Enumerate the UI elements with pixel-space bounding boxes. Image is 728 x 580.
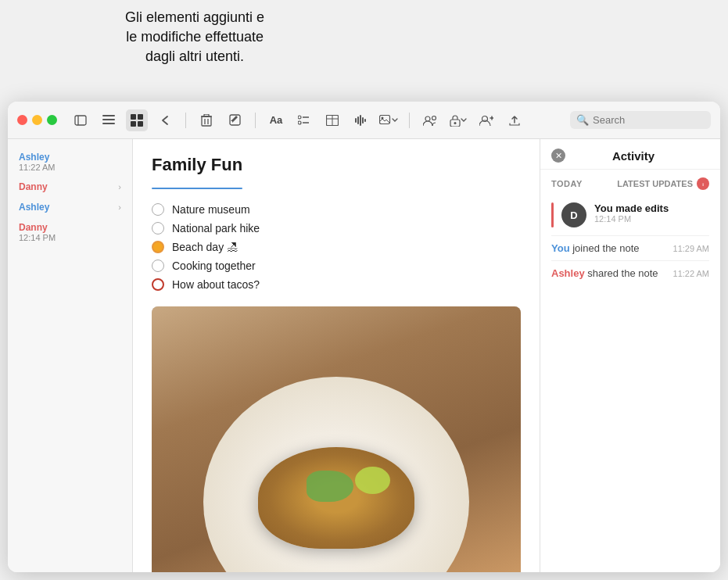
search-box[interactable]: 🔍 bbox=[570, 111, 711, 129]
activity-item-main: D You made edits 12:14 PM bbox=[551, 195, 709, 236]
activity-item-shared: Ashley shared the note 11:22 AM bbox=[551, 261, 709, 285]
activity-simple-text: Ashley shared the note bbox=[551, 267, 658, 279]
chevron-right-icon: › bbox=[118, 182, 121, 192]
activity-timestamp: 12:14 PM bbox=[594, 214, 709, 224]
chevron-right-icon: › bbox=[118, 202, 121, 212]
checklist-label: How about tacos? bbox=[172, 278, 260, 291]
share-button[interactable] bbox=[504, 109, 525, 131]
format-text-button[interactable]: Aa bbox=[265, 109, 287, 131]
note-title: Family Fun bbox=[152, 155, 242, 175]
list-item[interactable]: Beach day 🏖 bbox=[152, 238, 521, 256]
activity-simple-text: You joined the note bbox=[551, 242, 640, 254]
upload-icon bbox=[509, 114, 520, 127]
lock-button[interactable] bbox=[447, 109, 469, 131]
toolbar-separator-3 bbox=[409, 113, 410, 128]
grid-view-button[interactable] bbox=[126, 109, 148, 131]
titlebar: Aa bbox=[8, 102, 720, 139]
activity-header: ✕ Activity bbox=[540, 139, 720, 170]
audio-icon bbox=[354, 115, 367, 126]
activity-item-joined: You joined the note 11:29 AM bbox=[551, 236, 709, 261]
note-content: Family Fun Nature museum National park h… bbox=[133, 139, 540, 572]
sidebar-item-name: Ashley bbox=[19, 152, 121, 163]
svg-point-30 bbox=[432, 116, 436, 120]
svg-rect-24 bbox=[360, 115, 361, 126]
list-item[interactable]: National park hike bbox=[152, 219, 521, 238]
delete-button[interactable] bbox=[195, 109, 217, 131]
photo-icon bbox=[379, 115, 392, 126]
food-garnish bbox=[307, 471, 353, 502]
note-image bbox=[152, 306, 521, 572]
activity-date-label: TODAY bbox=[551, 179, 583, 188]
sidebar-toggle-button[interactable] bbox=[70, 109, 91, 131]
chevron-down-icon-2 bbox=[461, 117, 467, 124]
svg-rect-0 bbox=[75, 116, 86, 125]
checkbox-unchecked[interactable] bbox=[152, 260, 164, 272]
share-icon bbox=[423, 115, 437, 126]
svg-rect-22 bbox=[355, 118, 357, 123]
audio-button[interactable] bbox=[350, 109, 371, 131]
minimize-button[interactable] bbox=[32, 115, 42, 125]
sidebar-item-name: Ashley bbox=[19, 202, 49, 213]
trash-icon bbox=[201, 114, 212, 127]
list-view-button[interactable] bbox=[98, 109, 120, 131]
list-item[interactable]: How about tacos? bbox=[152, 275, 521, 294]
activity-title: Activity bbox=[572, 149, 695, 163]
list-item[interactable]: Cooking together bbox=[152, 256, 521, 275]
list-item[interactable]: Nature museum bbox=[152, 200, 521, 219]
svg-rect-9 bbox=[202, 116, 211, 126]
svg-point-29 bbox=[425, 116, 430, 121]
activity-list: D You made edits 12:14 PM You joined the… bbox=[540, 195, 720, 285]
svg-rect-11 bbox=[204, 114, 209, 116]
grid-icon bbox=[131, 114, 143, 127]
compose-button[interactable] bbox=[224, 109, 246, 131]
svg-rect-23 bbox=[357, 116, 359, 124]
latest-updates-section[interactable]: LATEST UPDATES i bbox=[617, 177, 709, 190]
sidebar-item-danny-1[interactable]: Danny › bbox=[8, 177, 132, 197]
latest-updates-label: LATEST UPDATES bbox=[617, 179, 693, 188]
activity-description: You made edits bbox=[594, 202, 709, 214]
lock-icon bbox=[450, 114, 461, 127]
search-input[interactable] bbox=[593, 114, 705, 126]
sidebar-item-time: 11:22 AM bbox=[19, 163, 121, 172]
checkbox-red[interactable] bbox=[152, 278, 164, 291]
maximize-button[interactable] bbox=[47, 115, 57, 125]
activity-panel: ✕ Activity TODAY LATEST UPDATES i bbox=[540, 139, 720, 572]
toolbar-separator-1 bbox=[185, 113, 186, 128]
activity-bar bbox=[551, 202, 554, 227]
back-button[interactable] bbox=[154, 109, 176, 131]
svg-rect-3 bbox=[102, 119, 115, 120]
search-icon: 🔍 bbox=[576, 114, 589, 126]
table-button[interactable] bbox=[321, 109, 343, 131]
add-collaborator-button[interactable] bbox=[475, 109, 497, 131]
content-area: Ashley 11:22 AM Danny › Ashley › Danny 1… bbox=[8, 139, 720, 572]
traffic-lights bbox=[17, 115, 57, 125]
toolbar-separator-2 bbox=[255, 113, 256, 128]
compose-icon bbox=[229, 114, 241, 126]
svg-rect-5 bbox=[131, 114, 136, 120]
close-button[interactable] bbox=[17, 115, 27, 125]
activity-text-block: You made edits 12:14 PM bbox=[594, 202, 709, 224]
checklist-label: Beach day 🏖 bbox=[172, 241, 238, 253]
sidebar-item-time: 12:14 PM bbox=[19, 233, 121, 242]
close-activity-button[interactable]: ✕ bbox=[551, 149, 565, 163]
sidebar-item-ashley-2[interactable]: Ashley › bbox=[8, 197, 132, 217]
activity-simple-timestamp: 11:29 AM bbox=[673, 244, 709, 253]
checkbox-unchecked[interactable] bbox=[152, 203, 164, 216]
sidebar-item-ashley-1[interactable]: Ashley 11:22 AM bbox=[8, 147, 132, 177]
media-button[interactable] bbox=[378, 109, 400, 131]
checklist: Nature museum National park hike Beach d… bbox=[152, 200, 521, 294]
svg-rect-25 bbox=[362, 117, 364, 124]
food-background bbox=[152, 306, 521, 572]
svg-point-32 bbox=[454, 122, 457, 124]
collaboration-button[interactable] bbox=[419, 109, 441, 131]
svg-rect-4 bbox=[102, 123, 115, 124]
activity-you-label: You bbox=[551, 242, 570, 254]
sidebar-item-danny-2[interactable]: Danny 12:14 PM bbox=[8, 217, 132, 247]
checklist-button[interactable] bbox=[293, 109, 315, 131]
svg-point-15 bbox=[298, 116, 301, 119]
checkbox-unchecked[interactable] bbox=[152, 222, 164, 235]
sidebar-item-name: Danny bbox=[19, 181, 48, 192]
activity-simple-timestamp: 11:22 AM bbox=[673, 269, 709, 278]
checkbox-orange[interactable] bbox=[152, 241, 164, 253]
list-icon bbox=[102, 115, 115, 126]
